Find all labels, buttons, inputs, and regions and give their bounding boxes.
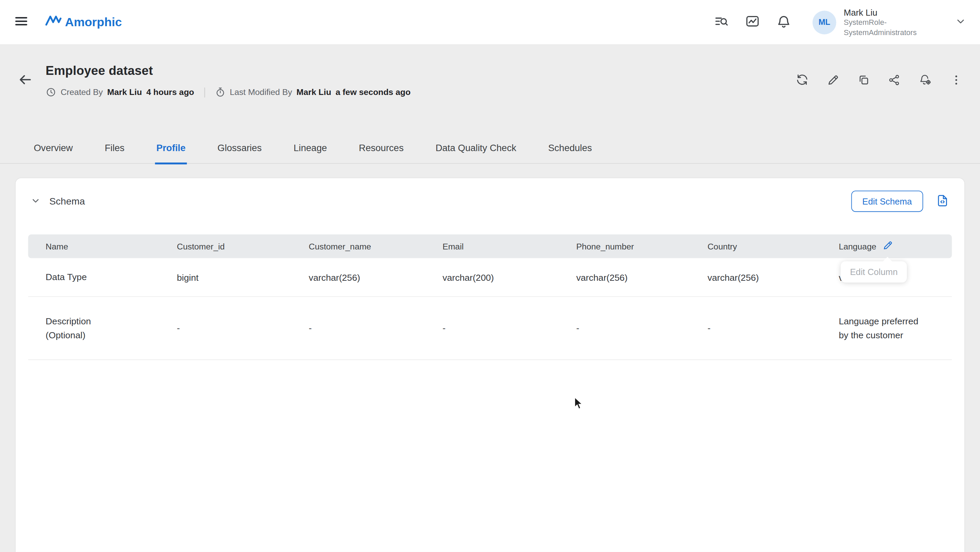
notification-settings-icon [919,73,932,88]
kebab-menu-icon [950,73,963,88]
page-header: Employee dataset Created By Mark Liu 4 h… [0,45,980,97]
avatar[interactable]: ML [813,10,837,34]
schema-collapse-button[interactable] [30,195,40,207]
share-icon [888,73,901,88]
search-list-icon [714,14,729,31]
col-header-country: Country [690,242,821,251]
schema-card: Schema Edit Schema Name Customer_id Cust… [15,178,965,552]
tab-lineage[interactable]: Lineage [292,143,328,164]
media-dashboard-button[interactable] [745,14,760,31]
share-dataset-button[interactable] [888,73,901,88]
edit-dataset-button[interactable] [827,73,840,88]
media-chart-icon [745,14,760,31]
tab-overview[interactable]: Overview [33,143,74,164]
cell-value-language-description: Language preferred by the customer [821,314,952,342]
chevron-down-icon [955,16,966,29]
file-code-icon [936,193,950,209]
global-search-button[interactable] [714,14,729,31]
table-row-data-type: Data Type bigint varchar(256) varchar(20… [28,258,952,297]
cell-value: varchar(256) [690,272,821,282]
col-header-language-label: Language [839,242,876,251]
schema-table: Name Customer_id Customer_name Email Pho… [28,234,952,360]
avatar-initials: ML [818,17,830,27]
col-header-customer-id: Customer_id [159,242,291,251]
back-arrow-icon [18,72,33,89]
modified-by-label: Last Modified By [230,87,292,97]
cell-value: - [159,323,291,333]
created-clock-icon [46,87,56,97]
cell-value: varchar(256) [291,272,425,282]
schema-section-title: Schema [49,196,85,207]
tab-files[interactable]: Files [103,143,126,164]
cell-value: - [690,323,821,333]
edit-column-tooltip: Edit Column [840,261,907,282]
col-header-name: Name [28,242,159,251]
tab-data-quality-check[interactable]: Data Quality Check [434,143,517,164]
col-header-language: Language [821,240,952,253]
back-button[interactable] [18,72,33,89]
cell-value: - [425,323,559,333]
amorphic-logo-icon [45,13,62,31]
tab-schedules[interactable]: Schedules [547,143,593,164]
created-by-time: 4 hours ago [146,87,194,97]
user-name: Mark Liu [844,7,939,18]
edit-schema-button[interactable]: Edit Schema [851,191,923,212]
cell-value: varchar(200) [425,272,559,282]
notifications-button[interactable] [776,14,791,31]
cell-value: varchar(256) [559,272,690,282]
cell-value: - [291,323,425,333]
col-header-phone-number: Phone_number [559,242,690,251]
created-by-name: Mark Liu [107,87,142,97]
bell-icon [776,14,791,31]
tab-resources[interactable]: Resources [358,143,405,164]
brand-logo[interactable]: Amorphic [45,13,122,31]
schema-section-header: Schema Edit Schema [16,178,964,212]
user-menu[interactable]: Mark Liu SystemRole-SystemAdministrators [844,7,939,38]
tab-glossaries[interactable]: Glossaries [216,143,263,164]
modified-by-name: Mark Liu [296,87,331,97]
tooltip-text: Edit Column [850,267,898,277]
edit-column-button[interactable] [883,240,893,253]
clone-dataset-button[interactable] [858,73,870,88]
notification-settings-button[interactable] [919,73,932,88]
dataset-meta: Created By Mark Liu 4 hours ago Last Mod… [46,87,411,97]
application-window: Amorphic ML Mar [0,0,980,552]
col-header-email: Email [425,242,559,251]
tab-bar: Overview Files Profile Glossaries Lineag… [0,143,980,164]
row-label: Description (Optional) [28,314,159,342]
view-schema-json-button[interactable] [936,193,950,209]
sync-button[interactable] [795,73,809,88]
menu-icon [14,14,29,31]
page-title: Employee dataset [46,64,411,78]
brand-name: Amorphic [65,15,122,29]
user-role: SystemRole-SystemAdministrators [844,18,939,37]
section-chevron-icon [30,195,40,207]
schema-table-header: Name Customer_id Customer_name Email Pho… [28,234,952,258]
hamburger-menu-button[interactable] [14,14,29,31]
more-actions-button[interactable] [950,73,963,88]
dataset-actions [778,73,963,88]
col-header-customer-name: Customer_name [291,242,425,251]
cell-value: bigint [159,272,291,282]
sync-icon [795,73,809,88]
meta-divider [204,87,205,97]
modified-stopwatch-icon [215,87,225,97]
edit-column-pencil-icon [883,240,893,253]
topbar: Amorphic ML Mar [0,0,980,45]
row-label: Data Type [28,270,159,284]
cell-value: - [559,323,690,333]
edit-pencil-icon [827,73,840,88]
modified-by-time: a few seconds ago [336,87,410,97]
created-by-label: Created By [60,87,103,97]
table-row-description: Description (Optional) - - - - - Languag… [28,297,952,360]
tab-profile[interactable]: Profile [155,143,187,164]
copy-icon [858,73,870,88]
user-menu-chevron-button[interactable] [955,16,966,29]
